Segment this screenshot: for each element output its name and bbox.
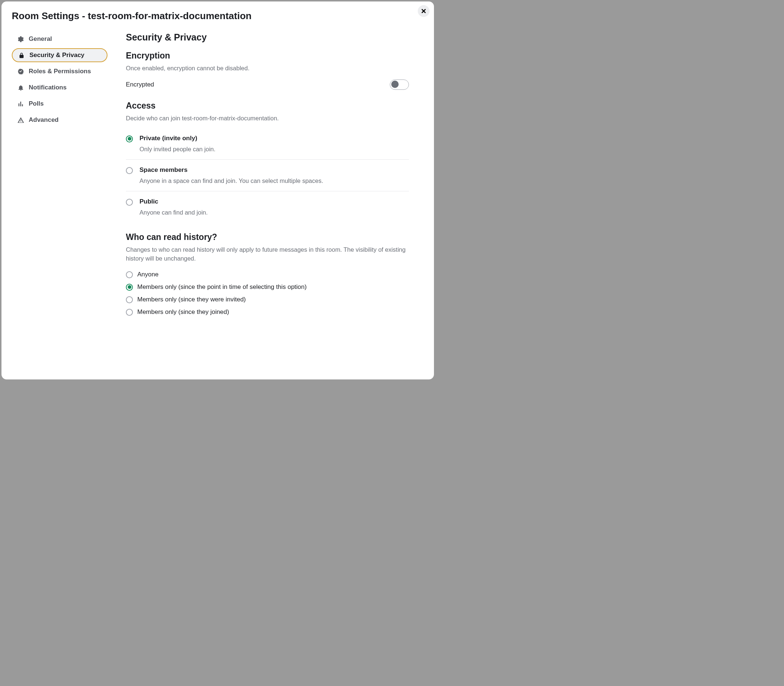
access-option-title: Private (invite only) <box>139 135 215 142</box>
access-option-description: Anyone in a space can find and join. You… <box>139 177 323 185</box>
panel-heading: Security & Privacy <box>126 32 409 43</box>
radio-icon <box>126 296 133 303</box>
radio-icon <box>126 284 133 291</box>
poll-icon <box>17 100 24 108</box>
settings-panel: Security & Privacy Encryption Once enabl… <box>115 32 424 318</box>
access-option-description: Anyone can find and join. <box>139 209 207 216</box>
encryption-description: Once enabled, encryption cannot be disab… <box>126 64 409 73</box>
room-settings-dialog: Room Settings - test-room-for-matrix-doc… <box>2 2 434 379</box>
history-option-label: Anyone <box>137 271 158 278</box>
encryption-toggle-label: Encrypted <box>126 81 154 88</box>
gear-icon <box>17 35 24 43</box>
history-option-members-since-invited[interactable]: Members only (since they were invited) <box>126 293 409 306</box>
radio-icon <box>126 309 133 316</box>
history-option-label: Members only (since the point in time of… <box>137 283 307 291</box>
sidebar-item-advanced[interactable]: Advanced <box>12 113 108 127</box>
access-option-private[interactable]: Private (invite only) Only invited peopl… <box>126 128 409 160</box>
history-option-anyone[interactable]: Anyone <box>126 268 409 281</box>
bell-icon <box>17 84 24 91</box>
access-option-body: Public Anyone can find and join. <box>139 198 207 216</box>
sidebar-item-polls[interactable]: Polls <box>12 97 108 111</box>
svg-rect-2 <box>22 104 23 106</box>
sidebar-item-label: Advanced <box>29 116 59 124</box>
history-option-label: Members only (since they joined) <box>137 309 229 316</box>
radio-icon <box>126 136 133 142</box>
sidebar-item-label: Polls <box>29 100 44 108</box>
radio-icon <box>126 271 133 278</box>
encryption-toggle-row: Encrypted <box>126 78 409 91</box>
warning-icon <box>17 116 24 124</box>
sidebar-item-label: Security & Privacy <box>29 52 84 59</box>
toggle-knob <box>391 81 399 88</box>
history-option-label: Members only (since they were invited) <box>137 296 246 303</box>
sidebar-item-roles[interactable]: Roles & Permissions <box>12 64 108 78</box>
sidebar-item-label: Notifications <box>29 84 67 91</box>
history-option-members-since-select[interactable]: Members only (since the point in time of… <box>126 281 409 293</box>
access-option-description: Only invited people can join. <box>139 146 215 153</box>
access-option-title: Space members <box>139 167 323 174</box>
encryption-toggle[interactable] <box>390 80 409 90</box>
radio-icon <box>126 199 133 206</box>
badge-check-icon <box>17 68 24 75</box>
history-option-members-since-joined[interactable]: Members only (since they joined) <box>126 306 409 318</box>
sidebar-item-general[interactable]: General <box>12 32 108 46</box>
access-heading: Access <box>126 101 409 111</box>
lock-icon <box>18 52 25 59</box>
access-description: Decide who can join test-room-for-matrix… <box>126 114 409 123</box>
access-option-space[interactable]: Space members Anyone in a space can find… <box>126 160 409 191</box>
sidebar-item-label: Roles & Permissions <box>29 68 91 75</box>
encryption-heading: Encryption <box>126 51 409 61</box>
svg-rect-0 <box>18 103 20 106</box>
dialog-title: Room Settings - test-room-for-matrix-doc… <box>12 10 424 22</box>
history-heading: Who can read history? <box>126 232 409 242</box>
access-option-title: Public <box>139 198 207 205</box>
sidebar-item-label: General <box>29 35 52 43</box>
settings-sidebar: General Security & Privacy Roles & Permi… <box>12 32 115 318</box>
history-description: Changes to who can read history will onl… <box>126 245 409 263</box>
access-option-public[interactable]: Public Anyone can find and join. <box>126 191 409 223</box>
close-button[interactable] <box>418 5 430 17</box>
radio-icon <box>126 167 133 174</box>
access-option-body: Private (invite only) Only invited peopl… <box>139 135 215 153</box>
close-icon <box>421 8 426 14</box>
access-option-body: Space members Anyone in a space can find… <box>139 167 323 185</box>
sidebar-item-notifications[interactable]: Notifications <box>12 81 108 95</box>
sidebar-item-security[interactable]: Security & Privacy <box>12 48 108 62</box>
svg-rect-1 <box>20 101 21 106</box>
